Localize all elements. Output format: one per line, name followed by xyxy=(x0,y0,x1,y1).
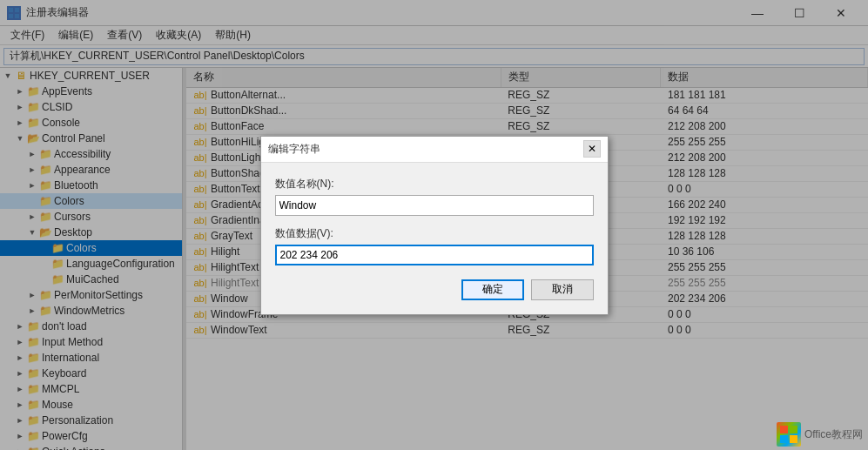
dialog-name-input[interactable] xyxy=(275,195,594,216)
dialog-data-input[interactable] xyxy=(275,245,594,265)
svg-rect-6 xyxy=(780,435,788,443)
watermark-text: Office教程网 xyxy=(804,427,863,442)
svg-rect-7 xyxy=(790,435,797,443)
dialog-close-button[interactable]: ✕ xyxy=(583,140,601,158)
dialog-buttons: 确定 取消 xyxy=(275,279,594,300)
svg-rect-5 xyxy=(790,426,797,433)
dialog-body: 数值名称(N): 数值数据(V): 确定 取消 xyxy=(261,163,608,314)
dialog-title: 编辑字符串 xyxy=(268,142,320,157)
dialog-cancel-button[interactable]: 取消 xyxy=(531,279,594,300)
svg-rect-4 xyxy=(780,426,788,433)
dialog-name-label: 数值名称(N): xyxy=(275,177,594,191)
dialog-data-label: 数值数据(V): xyxy=(275,226,594,241)
watermark: Office教程网 xyxy=(777,422,863,447)
dialog-ok-button[interactable]: 确定 xyxy=(461,279,524,300)
office-logo xyxy=(777,422,801,447)
dialog-title-bar: 编辑字符串 ✕ xyxy=(261,137,608,163)
edit-string-dialog: 编辑字符串 ✕ 数值名称(N): 数值数据(V): 确定 取消 xyxy=(260,136,609,315)
dialog-overlay: 编辑字符串 ✕ 数值名称(N): 数值数据(V): 确定 取消 xyxy=(0,0,868,450)
